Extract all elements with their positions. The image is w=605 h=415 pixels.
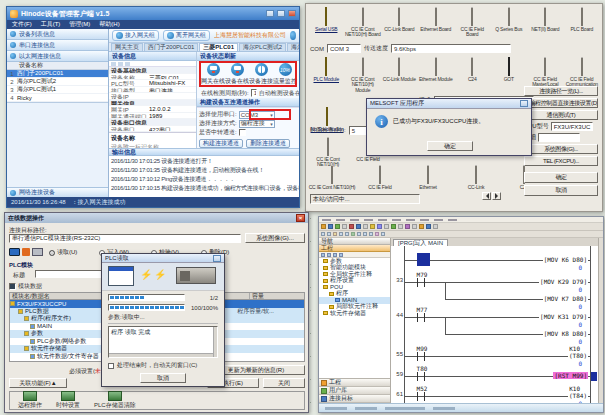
ladder-rung[interactable]: M79 [MOV K29 D79] 0 — [405, 282, 590, 283]
menu-item[interactable]: 工具(T) — [41, 20, 61, 29]
scrollbar-vertical[interactable] — [213, 327, 217, 357]
coexistence-route-item[interactable]: CC IE Cont NET/10(H) — [308, 166, 356, 190]
connect-mode-select[interactable]: 编程连接▾ — [239, 120, 275, 128]
gateway-off-icon — [167, 32, 174, 39]
connection-path-list-button[interactable]: 连接路径一览(L)... — [524, 86, 598, 96]
leave-gateway-button[interactable]: 离开网关组 — [163, 30, 210, 41]
melsoft-close-button[interactable] — [520, 100, 528, 107]
delete-channel-button[interactable]: 删除连接通道 — [246, 139, 290, 148]
build-channel-button[interactable]: 构建连接通道 — [199, 139, 243, 148]
related-function-item[interactable]: 远程操作 — [18, 391, 42, 410]
module-data-toggle[interactable]: 模块数据 — [9, 282, 42, 291]
auto-close-checkbox[interactable]: 处理结束时，自动关闭窗口(C) — [108, 361, 218, 370]
plc-interface-item[interactable]: CC-Link Module — [381, 58, 418, 94]
project-tree-item[interactable]: 软元件存储器 — [319, 310, 390, 317]
navigation-category-button[interactable]: 连接目标 — [319, 395, 390, 403]
progress-graphic: ⚡ ⚡ — [102, 263, 224, 291]
pc-interface-item[interactable]: Ethernet Board — [418, 8, 455, 42]
ladder-editor-window: 导航 工程 参数 智能功能模块 全局软元件注释 程序设置 POU — [318, 216, 604, 413]
pc-interface-item[interactable]: CC-Link Board — [381, 8, 418, 42]
menu-item[interactable]: 管理(M) — [69, 20, 90, 29]
sidebar-bottom-bar[interactable]: 网络连接设备 — [7, 187, 108, 197]
page-right-button[interactable] — [492, 192, 501, 200]
menu-item[interactable]: 文件(F) — [12, 20, 32, 29]
close-button[interactable] — [288, 10, 296, 17]
company-link[interactable]: 上海慧居智能科技有限公司网站 接入网关 — [214, 31, 286, 40]
navigation-section[interactable]: 工程 — [319, 245, 390, 252]
document-tab[interactable]: [PRG]写入 MAIN — [393, 239, 448, 246]
direct-connection-button[interactable]: 可编程控制器直接连接设置(D) — [524, 98, 598, 108]
device-tab[interactable]: 三菱PLC01 — [199, 43, 238, 51]
toolbar: 接入网关组 离开网关组 上海慧居智能科技有限公司网站 接入网关 — [109, 29, 299, 43]
system-image-button[interactable]: 系统图像(G)... — [524, 144, 598, 154]
minimize-button[interactable] — [266, 10, 274, 17]
ladder-rung[interactable]: [MOV K6 D80] 0 — [405, 260, 590, 261]
ladder-branch[interactable]: [MOV K7 D80] 0 — [445, 299, 590, 300]
traffic-monitor-status[interactable]: 10% 流量监控 — [273, 63, 297, 86]
ladder-rung[interactable]: M99 K10 (T80) 0 — [405, 356, 590, 357]
com-port-select[interactable]: COM3▾ — [239, 111, 275, 119]
plc-module-tab[interactable]: PLC模块 — [9, 261, 33, 270]
plc-interface-item[interactable]: GOT — [491, 58, 528, 94]
device-online-status[interactable]: 设备在线 — [225, 63, 249, 86]
tel-button[interactable]: TEL (FXCPU)... — [524, 156, 598, 166]
transfer-cancel-button[interactable]: 取消 — [524, 185, 598, 196]
baud-rate-field[interactable]: 9.6Kbps — [391, 44, 511, 53]
progress-cancel-button[interactable]: 取消 — [140, 373, 186, 383]
close-dialog-button[interactable]: 关闭 — [263, 378, 305, 388]
scrollbar-horizontal[interactable] — [109, 353, 213, 357]
sidebar-section-header[interactable]: 设备列表信息 — [7, 29, 108, 40]
ladder-toolbar-2[interactable] — [319, 231, 603, 238]
pc-interface-item[interactable]: CC IE Field Board — [454, 8, 491, 42]
pc-interface-item[interactable]: Q Series Bus — [491, 8, 528, 42]
network-route-item[interactable]: CC IE Cont NET/10(H) — [308, 138, 348, 168]
related-function-item[interactable]: PLC存储器清除 — [94, 391, 136, 410]
ladder-branch[interactable]: [MOV K8 D80] 0 — [445, 334, 590, 335]
plc-interface-item[interactable]: Ethernet Module — [418, 58, 455, 94]
editor-scrollbar[interactable] — [598, 238, 603, 403]
transfer-ok-button[interactable]: 确定 — [524, 172, 598, 183]
sidebar-section-header[interactable]: 串口连接信息 — [7, 40, 108, 51]
melsoft-ok-button[interactable]: 确定 — [427, 141, 473, 151]
page-left-button[interactable] — [482, 192, 491, 200]
gateway-online-status[interactable]: 网关在线 — [201, 63, 225, 86]
ladder-canvas[interactable]: [MOV K6 D80] 0 33 M79 [MOV K29 D79] 0 [M… — [391, 246, 598, 403]
relay-checkbox[interactable] — [239, 129, 246, 136]
pc-interface-item[interactable]: CC IE Cont NET/10(H) Board — [345, 8, 382, 42]
join-gateway-button[interactable]: 接入网关组 — [112, 30, 159, 41]
system-image-button-c[interactable]: 系统图像(G)... — [245, 233, 305, 243]
com-port-field[interactable]: COM 3 — [327, 44, 361, 53]
ladder-rung[interactable]: M52 K10 (T84) 0 — [405, 396, 590, 397]
plc-interface-item[interactable]: PLC Module — [308, 58, 345, 94]
pc-interface-item[interactable]: Serial USB — [308, 8, 345, 42]
ladder-rung[interactable]: M77 [MOV K31 D79] 0 — [405, 317, 590, 318]
coexistence-route-row: CC IE Cont NET/10(H) CC IE Field Etherne… — [308, 166, 548, 190]
device-row[interactable]: 4 Ricky — [7, 94, 108, 102]
pc-interface-item[interactable]: NET(II) Board — [527, 8, 564, 42]
device-tab[interactable]: 海尔PLC测试2 — [239, 43, 286, 51]
plc-interface-item[interactable]: C24 — [454, 58, 491, 94]
time-check-row: 时间检查(秒): 5 — [310, 126, 369, 135]
coexistence-route-item[interactable]: CC IE Field — [356, 166, 404, 190]
maximize-button[interactable] — [277, 10, 285, 17]
coexistence-route-item[interactable]: CC-Link — [452, 166, 500, 190]
operation-radio[interactable]: 读取(U) — [49, 248, 77, 257]
cycle-input[interactable]: 10 — [251, 89, 257, 97]
related-function-item[interactable]: 时钟设置 — [56, 391, 80, 410]
device-connect-status[interactable]: 设备连接 — [249, 63, 273, 86]
branch-line — [445, 282, 446, 299]
device-row[interactable]: 3 海尔PLC测试1 — [7, 86, 108, 94]
pc-interface-item[interactable]: PLC Board — [564, 8, 601, 42]
related-functions-button[interactable]: 关联功能(F)▲ — [9, 378, 67, 388]
progress-close-button[interactable] — [213, 255, 221, 262]
coexistence-route-item[interactable]: Ethernet — [404, 166, 452, 190]
device-tab[interactable]: 海尔PLC测试1 — [287, 43, 299, 51]
menu-item[interactable]: 帮助(H) — [99, 20, 119, 29]
ladder-toolbar-1[interactable] — [319, 223, 603, 231]
communication-test-button[interactable]: 通信测试(T) — [524, 110, 598, 120]
plc-interface-item[interactable]: CC IE Cont NET/10(H) Module — [345, 58, 382, 94]
device-tab[interactable]: 西门子200PLC01 — [144, 43, 198, 51]
online-close-button[interactable]: × — [296, 214, 305, 222]
device-tab[interactable]: 网关主页 — [111, 43, 143, 51]
ladder-rung[interactable]: T80 [RST M99] — [405, 376, 590, 377]
